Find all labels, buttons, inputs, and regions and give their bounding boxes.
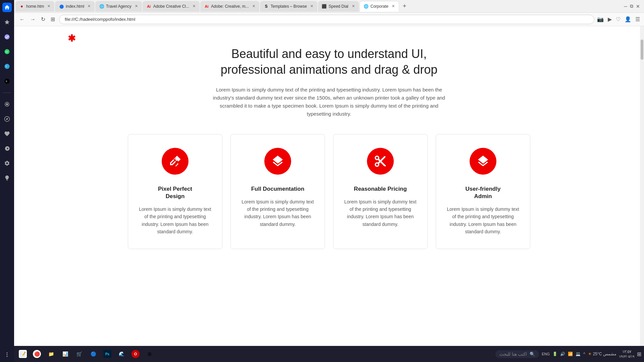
taskbar-edge[interactable]: 🔵 (87, 348, 99, 360)
card-pixel-perfect-title: Pixel PerfectDesign (158, 185, 192, 200)
back-button[interactable]: ← (18, 15, 26, 24)
grid-view-button[interactable]: ⊞ (49, 15, 56, 24)
restore-button[interactable]: ⧉ (630, 3, 633, 9)
svg-point-0 (5, 35, 10, 40)
taskbar-search-bar[interactable]: اكتب هنا للبحث 🔍 (495, 350, 539, 358)
sidebar-star-icon[interactable] (2, 17, 12, 27)
tab-speeddial[interactable]: ⬛ Speed Dial ✕ (318, 1, 359, 12)
sidebar-dots-icon[interactable] (2, 350, 12, 359)
tab-templates-close[interactable]: ✕ (310, 4, 313, 8)
address-input[interactable] (59, 15, 594, 24)
taskbar-photoshop[interactable]: Ps (101, 348, 113, 360)
sidebar-settings-icon[interactable] (2, 159, 12, 168)
weather-icon: ☀ (588, 352, 592, 356)
tab-corporate-close[interactable]: ✕ (392, 4, 395, 8)
new-tab-button[interactable]: + (400, 2, 409, 11)
address-right-icons: 📷 ▶ ♡ 👤 ☰ (597, 16, 640, 22)
section-title: Beautiful and easy to understand UI,prof… (221, 46, 437, 78)
sidebar-compass-icon[interactable] (2, 114, 12, 124)
tab-home-label: home.htm (26, 4, 44, 9)
taskbar-time-value: ١٢:٥٧ (619, 349, 634, 355)
forward-button[interactable]: → (29, 15, 37, 24)
layers2-icon (476, 155, 490, 168)
card-full-documentation: Full Documentation Lorem Ipsum is simply… (230, 134, 325, 249)
sidebar-history-icon[interactable] (2, 144, 12, 153)
taskbar-battery-icon: 🔋 (552, 352, 557, 356)
sidebar-telegram-icon[interactable]: T (2, 62, 12, 71)
tab-controls: ─ ⧉ ✕ (621, 3, 643, 9)
tab-corporate[interactable]: 🌐 Corporate ✕ (360, 1, 399, 12)
taskbar-opera[interactable]: O (129, 348, 142, 360)
taskbar-tablet-icon: 💻 (576, 352, 581, 356)
tab-adobe2-favicon: Ai (204, 4, 209, 9)
taskbar-windows[interactable]: ⊞ (144, 348, 156, 360)
close-button[interactable]: ✕ (636, 4, 640, 9)
taskbar-chevron-icon[interactable]: ^ (583, 352, 585, 356)
card-full-documentation-title: Full Documentation (251, 185, 305, 193)
taskbar-notepad[interactable]: 📝 (17, 348, 29, 360)
sidebar-bulb-icon[interactable] (2, 173, 12, 183)
svg-point-11 (7, 354, 8, 355)
screenshot-icon[interactable]: 📷 (597, 16, 604, 22)
svg-point-8 (6, 103, 8, 105)
reload-button[interactable]: ↻ (40, 15, 47, 24)
scrollbar-thumb[interactable] (641, 40, 643, 60)
tab-index[interactable]: ⬤ index.html ✕ (55, 1, 95, 12)
taskbar-files[interactable]: 📁 (45, 348, 57, 360)
sidebar-whatsapp-icon[interactable]: W (2, 47, 12, 56)
windows-logo-icon[interactable]: ⊞ (637, 351, 641, 357)
taskbar-lang: ENG (542, 352, 550, 356)
tab-speeddial-close[interactable]: ✕ (352, 4, 355, 8)
sidebar-heart-icon[interactable] (2, 129, 12, 138)
taskbar-edge2[interactable]: 🌊 (115, 348, 127, 360)
card-user-friendly-admin-text: Lorem Ipsum is simply dummy text of the … (446, 205, 520, 236)
tab-adobe1-close[interactable]: ✕ (193, 4, 196, 8)
tab-adobe2[interactable]: Ai Adobe: Creative, m... ✕ (200, 1, 259, 12)
pencil-ruler-icon (168, 155, 182, 168)
svg-text:W: W (6, 50, 8, 53)
card-reasonable-pricing: Reasonable Pricing Lorem Ipsum is simply… (333, 134, 428, 249)
taskbar-powerpoint[interactable]: 📊 (59, 348, 71, 360)
weather-label: مشمس (603, 352, 616, 356)
card-reasonable-pricing-title: Reasonable Pricing (354, 185, 407, 193)
taskbar-store[interactable]: 🛒 (73, 348, 85, 360)
sidebar-home-icon[interactable] (2, 3, 12, 12)
tab-bar: ● home.htm ✕ ⬤ index.html ✕ 🌐 Travel Age… (14, 0, 644, 13)
account-icon[interactable]: 👤 (625, 16, 631, 22)
tab-corporate-label: Corporate (371, 4, 388, 9)
tab-home[interactable]: ● home.htm ✕ (15, 1, 54, 12)
card-pixel-perfect-text: Lorem Ipsum is simply dummy text of the … (138, 205, 212, 236)
menu-icon[interactable]: ☰ (635, 16, 640, 22)
address-bar: ← → ↻ ⊞ 📷 ▶ ♡ 👤 ☰ (14, 13, 644, 26)
taskbar-weather: ☀ 25°C مشمس (588, 352, 616, 356)
card-user-friendly-admin: User-friendlyAdmin Lorem Ipsum is simply… (436, 134, 530, 249)
taskbar-volume-icon: 🔊 (560, 352, 565, 356)
browser-sidebar: W T tt (0, 0, 14, 362)
tab-index-label: index.html (66, 4, 84, 9)
tab-templates-label: Templates – Browse (271, 4, 307, 9)
svg-point-10 (7, 352, 8, 353)
media-icon[interactable]: ▶ (608, 16, 612, 22)
sidebar-messenger-icon[interactable] (2, 32, 12, 42)
tab-templates[interactable]: S Templates – Browse ✕ (260, 1, 317, 12)
tab-home-close[interactable]: ✕ (47, 4, 50, 8)
svg-text:tt: tt (6, 80, 7, 82)
tab-adobe1[interactable]: Ai Adobe Creative Cl... ✕ (143, 1, 200, 12)
scrollbar[interactable] (640, 26, 644, 362)
tab-travel-close[interactable]: ✕ (135, 4, 138, 8)
main-section: Beautiful and easy to understand UI,prof… (14, 26, 644, 262)
card-full-documentation-text: Lorem Ipsum is simply dummy text of the … (241, 198, 315, 228)
tab-speeddial-label: Speed Dial (329, 4, 348, 9)
minimize-button[interactable]: ─ (624, 4, 627, 9)
tab-index-close[interactable]: ✕ (88, 4, 91, 8)
sidebar-tiktok-icon[interactable]: tt (2, 76, 12, 86)
heart-icon[interactable]: ♡ (616, 16, 621, 22)
card-user-friendly-admin-title: User-friendlyAdmin (466, 185, 501, 200)
features-cards-row: Pixel PerfectDesign Lorem Ipsum is simpl… (128, 134, 530, 249)
tab-adobe2-close[interactable]: ✕ (252, 4, 255, 8)
tab-travel[interactable]: 🌐 Travel Agency ✕ (95, 1, 142, 12)
sidebar-divider (3, 93, 11, 93)
sidebar-record-icon[interactable] (2, 100, 12, 109)
asterisk-decoration: ✱ (68, 33, 75, 44)
taskbar-chrome[interactable]: 🔴 (31, 348, 43, 360)
